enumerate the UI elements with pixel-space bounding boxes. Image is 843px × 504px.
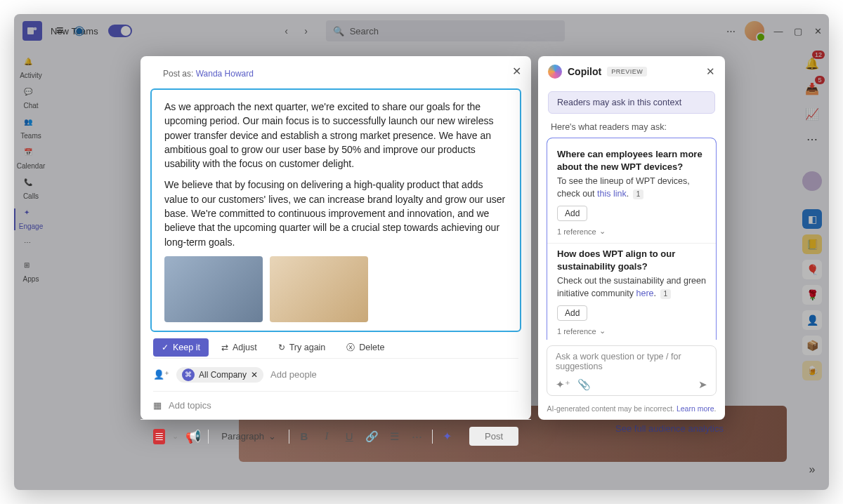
rail-tile-6[interactable]: 📦 xyxy=(802,336,822,355)
adjust-button[interactable]: ⇄Adjust xyxy=(213,338,266,357)
window-minimize-button[interactable]: — xyxy=(773,25,784,37)
nav-label: Apps xyxy=(23,275,39,283)
nav-engage[interactable]: ✦Engage xyxy=(14,204,48,234)
reference-badge[interactable]: 1 xyxy=(633,190,644,199)
nav-back-button[interactable]: ‹ xyxy=(278,22,295,39)
user-avatar[interactable] xyxy=(745,21,764,41)
nav-activity[interactable]: 🔔Activity xyxy=(14,53,48,84)
chevron-down-icon[interactable]: ⌄ xyxy=(172,432,178,441)
chevron-down-icon: ⌄ xyxy=(599,227,606,236)
suggestions-box: Where can employees learn more about the… xyxy=(547,138,717,340)
keep-it-button[interactable]: ✓Keep it xyxy=(153,338,209,357)
nav-label: Teams xyxy=(20,132,41,140)
hamburger-icon[interactable]: ≡ xyxy=(56,23,64,38)
nav-calendar[interactable]: 📅Calendar xyxy=(14,144,48,174)
suggestion-answer: To see the lineup of WPT devices, check … xyxy=(557,175,706,200)
delete-button[interactable]: ⓧDelete xyxy=(338,338,393,358)
audience-chip[interactable]: ⌘ All Company ✕ xyxy=(176,367,263,383)
company-icon: ⌘ xyxy=(182,369,195,381)
engage-app-icon: ◉ xyxy=(74,22,85,38)
audience-icon: 👤⁺ xyxy=(153,369,169,380)
topics-icon: ▦ xyxy=(153,400,162,411)
ellipsis-icon: ⋯ xyxy=(24,239,38,253)
suggestion-link[interactable]: this link xyxy=(597,189,627,199)
send-button[interactable]: ➤ xyxy=(698,378,707,391)
nav-more[interactable]: ⋯ xyxy=(14,234,48,257)
post-type-button[interactable]: ≣ xyxy=(153,429,165,444)
add-people-input[interactable]: Add people xyxy=(270,369,317,380)
reference-toggle[interactable]: 1 reference ⌄ xyxy=(557,326,706,336)
window-maximize-button[interactable]: ▢ xyxy=(792,25,804,37)
rail-tile-7[interactable]: 🍺 xyxy=(802,361,822,380)
copilot-button[interactable]: ✦ xyxy=(440,427,455,446)
try-again-button[interactable]: ↻Try again xyxy=(270,338,334,357)
rail-avatar[interactable] xyxy=(802,171,822,191)
chip-label: All Company xyxy=(199,370,247,380)
post-as-name-link[interactable]: Wanda Howard xyxy=(196,69,254,79)
nav-forward-button[interactable]: › xyxy=(298,22,315,39)
phone-icon: 📞 xyxy=(24,178,38,192)
add-topics-input[interactable]: Add topics xyxy=(169,400,211,411)
right-rail: 🔔12 📥5 📈 ⋯ ◧ 📒 🎈 🌹 👤 📦 🍺 » xyxy=(795,48,829,490)
new-teams-toggle[interactable] xyxy=(108,25,132,37)
underline-button[interactable]: U xyxy=(341,427,357,446)
copilot-input[interactable]: Ask a work question or type / for sugges… xyxy=(547,345,717,396)
editor[interactable]: As we approach the next quarter, we're e… xyxy=(150,88,521,332)
nav-label: Calendar xyxy=(17,162,46,170)
suggestion-question: Where can employees learn more about the… xyxy=(557,148,706,173)
attached-image-2[interactable] xyxy=(270,256,368,322)
titlebar: New Teams ‹ › 🔍 Search ⋯ — ▢ ✕ xyxy=(14,14,829,48)
copilot-logo-icon xyxy=(548,65,562,79)
nav-label: Calls xyxy=(23,192,39,200)
search-input[interactable]: 🔍 Search xyxy=(326,20,565,41)
sparkle-icon[interactable]: ✦⁺ xyxy=(556,378,570,391)
nav-apps[interactable]: ⊞Apps xyxy=(14,257,48,287)
audience-analytics-link[interactable]: See full audience analytics xyxy=(615,423,724,434)
expand-rail-button[interactable]: » xyxy=(809,463,816,476)
nav-chat[interactable]: 💬Chat xyxy=(14,84,48,114)
compose-close-button[interactable]: ✕ xyxy=(512,65,521,78)
suggestion-link[interactable]: here xyxy=(636,289,654,298)
bold-button[interactable]: B xyxy=(296,427,312,446)
attached-image-1[interactable] xyxy=(164,256,263,322)
announcement-icon[interactable]: 📢 xyxy=(185,429,201,444)
paragraph-style-dropdown[interactable]: Paragraph ⌄ xyxy=(216,428,282,444)
post-button[interactable]: Post xyxy=(469,427,518,446)
nav-calls[interactable]: 📞Calls xyxy=(14,174,48,204)
analytics-button[interactable]: 📈 xyxy=(802,104,822,124)
link-button[interactable]: 🔗 xyxy=(364,427,379,446)
inbox-button[interactable]: 📥5 xyxy=(802,79,822,98)
more-icon[interactable]: ⋯ xyxy=(725,25,736,37)
overflow-button[interactable]: ⋯ xyxy=(802,129,822,149)
rail-tile-3[interactable]: 🎈 xyxy=(802,260,822,279)
notifications-button[interactable]: 🔔12 xyxy=(802,53,822,73)
nav-label: Activity xyxy=(20,72,42,79)
rail-tile-2[interactable]: 📒 xyxy=(802,234,822,254)
learn-more-link[interactable]: Learn more xyxy=(677,404,714,413)
suggestion-question: How does WPT align to our sustainability… xyxy=(557,248,706,272)
add-suggestion-button[interactable]: Add xyxy=(557,305,587,321)
window-close-button[interactable]: ✕ xyxy=(812,25,823,37)
list-button[interactable]: ☰ xyxy=(387,427,403,446)
add-suggestion-button[interactable]: Add xyxy=(557,206,587,221)
reference-badge[interactable]: 1 xyxy=(660,289,672,299)
nav-teams[interactable]: 👥Teams xyxy=(14,114,48,144)
chip-remove-icon[interactable]: ✕ xyxy=(251,370,258,380)
reference-toggle[interactable]: 1 reference ⌄ xyxy=(557,227,706,236)
copilot-close-button[interactable]: ✕ xyxy=(706,65,715,78)
italic-button[interactable]: I xyxy=(319,427,334,446)
dropdown-label: Paragraph xyxy=(221,431,264,442)
bell-icon: 🔔 xyxy=(24,58,38,72)
context-pill[interactable]: Readers may ask in this context xyxy=(548,91,715,114)
svg-point-1 xyxy=(34,27,37,31)
rail-tile-1[interactable]: ◧ xyxy=(802,209,822,229)
rail-tile-5[interactable]: 👤 xyxy=(802,310,822,330)
compose-modal: ✕ Post as: Wanda Howard As we approach t… xyxy=(140,56,531,420)
toolbar-more-button[interactable]: ⋯ xyxy=(410,427,425,446)
search-icon: 🔍 xyxy=(333,26,344,37)
rail-tile-4[interactable]: 🌹 xyxy=(802,285,822,305)
delete-icon: ⓧ xyxy=(346,342,355,354)
copilot-panel: Copilot PREVIEW ✕ Readers may ask in thi… xyxy=(538,56,725,420)
attach-icon[interactable]: 📎 xyxy=(577,378,591,391)
compose-toolbar: ≣ ⌄ 📢 Paragraph ⌄ B I U 🔗 ☰ ⋯ ✦ Post xyxy=(140,419,531,456)
